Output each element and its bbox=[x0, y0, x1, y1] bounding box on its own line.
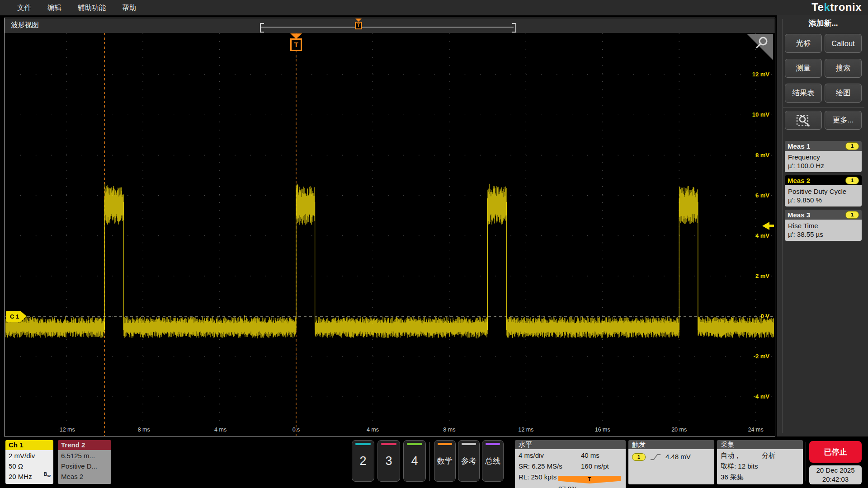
logo-text: tronix bbox=[830, 1, 862, 13]
zoom-select-button[interactable] bbox=[785, 111, 822, 130]
menu-bar: 文件编辑辅助功能帮助 bbox=[0, 0, 868, 15]
wave-color-stripe bbox=[462, 443, 476, 445]
meas-value: µ': 9.850 % bbox=[788, 196, 859, 204]
button-group-divider bbox=[429, 442, 430, 481]
y-axis-label: 6 mV bbox=[742, 192, 769, 199]
trend2-title: Trend 2 bbox=[58, 440, 111, 450]
logo-k: k bbox=[824, 1, 830, 13]
wave-color-stripe bbox=[486, 443, 500, 445]
trend2-source: Meas 2 bbox=[61, 471, 108, 482]
waveform-view-tab[interactable]: 波形视图 bbox=[11, 20, 39, 30]
horizontal-row-2: RL: 250 kptsT37.9% bbox=[519, 472, 622, 488]
logo-text: Te bbox=[811, 1, 824, 13]
meas-value: µ': 100.0 Hz bbox=[788, 161, 859, 170]
meas-body: Frequencyµ': 100.0 Hz bbox=[785, 151, 862, 172]
x-axis-label: 24 ms bbox=[741, 427, 770, 433]
add-channel-4-button[interactable]: 4 bbox=[403, 440, 426, 482]
add-wave-button-2[interactable]: 总线 bbox=[482, 440, 504, 482]
horizontal-cell: SR: 6.25 MS/s bbox=[519, 461, 581, 472]
zoom-select-icon bbox=[796, 113, 811, 127]
meas-card-3[interactable]: Meas 31Rise Timeµ': 38.55 µs bbox=[785, 210, 862, 241]
acquisition-title: 采集 bbox=[717, 440, 803, 449]
acquisition-settings-panel[interactable]: 采集 自动， 分析 取样: 12 bits 36 采集 bbox=[717, 440, 803, 484]
wave-color-stripe bbox=[438, 443, 452, 445]
trigger-title: 触发 bbox=[628, 440, 714, 449]
more-button[interactable]: 更多... bbox=[825, 111, 862, 130]
record-view-left-bracket[interactable] bbox=[260, 23, 264, 33]
record-view-right-bracket[interactable] bbox=[512, 23, 516, 33]
datetime-display: 20 Dec 2025 20:42:03 bbox=[809, 465, 862, 484]
run-stop-button[interactable]: 已停止 bbox=[809, 441, 862, 463]
trigger-level-arrow[interactable] bbox=[762, 222, 774, 230]
add-wave-button-1[interactable]: 参考 bbox=[458, 440, 480, 482]
horizontal-row-0: 4 ms/div40 ms bbox=[519, 450, 622, 461]
acq-analyze: 分析 bbox=[762, 451, 775, 459]
channel1-badge[interactable]: Ch 1 2 mV/div 50 Ω 20 MHz BW bbox=[5, 440, 53, 484]
sidebar-button-Callout[interactable]: Callout bbox=[825, 34, 862, 53]
meas-body: Positive Duty Cycleµ': 9.850 % bbox=[785, 185, 862, 206]
x-axis-label: 12 ms bbox=[511, 427, 540, 433]
channel-button-label: 2 bbox=[359, 454, 366, 468]
meas-name: Meas 1 bbox=[788, 142, 810, 150]
meas-header: Meas 21 bbox=[785, 175, 862, 185]
meas-value: µ': 38.55 µs bbox=[788, 230, 859, 239]
channel-button-label: 4 bbox=[411, 454, 418, 468]
sidebar-button-测量[interactable]: 测量 bbox=[785, 59, 822, 78]
record-view-trigger-icon[interactable]: T bbox=[355, 19, 362, 29]
oscilloscope-graticule bbox=[5, 33, 774, 436]
zoom-corner-button[interactable] bbox=[741, 34, 773, 60]
waveform-view-header bbox=[5, 18, 775, 33]
horizontal-cell: RL: 250 kpts bbox=[519, 472, 558, 488]
acq-count: 36 采集 bbox=[721, 472, 799, 483]
horizontal-value: 37.9% bbox=[558, 485, 578, 488]
trend2-badge[interactable]: Trend 2 6.5125 m... Positive D... Meas 2 bbox=[58, 440, 111, 484]
channel-color-stripe bbox=[381, 443, 396, 445]
acq-sample-bits: 取样: 12 bits bbox=[721, 461, 799, 472]
trigger-t-icon: T bbox=[290, 38, 302, 51]
channel-button-label: 3 bbox=[385, 454, 392, 468]
trigger-source-badge: 1 bbox=[632, 453, 646, 461]
x-axis-label: 4 ms bbox=[358, 427, 387, 433]
x-axis-label: -12 ms bbox=[52, 427, 81, 433]
trigger-level-value: 4.48 mV bbox=[665, 451, 691, 462]
x-axis-label: 8 ms bbox=[435, 427, 464, 433]
meas-name: Meas 2 bbox=[788, 177, 810, 184]
meas-card-1[interactable]: Meas 11Frequencyµ': 100.0 Hz bbox=[785, 141, 862, 172]
menu-item-3[interactable]: 帮助 bbox=[114, 0, 144, 15]
y-axis-label: -4 mV bbox=[742, 393, 769, 400]
horizontal-cell: 40 ms bbox=[581, 450, 599, 461]
meas-source-badge: 1 bbox=[845, 211, 859, 219]
sidebar-button-光标[interactable]: 光标 bbox=[785, 34, 822, 53]
meas-card-2[interactable]: Meas 21Positive Duty Cycleµ': 9.850 % bbox=[785, 175, 862, 206]
x-axis-label: 0 s bbox=[282, 427, 311, 433]
trigger-settings-panel[interactable]: 触发 1 4.48 mV bbox=[628, 440, 714, 484]
tektronix-logo: Tektronix bbox=[811, 1, 862, 14]
wave-button-label: 参考 bbox=[461, 456, 476, 466]
record-view-line[interactable] bbox=[261, 27, 514, 28]
menu-item-2[interactable]: 辅助功能 bbox=[70, 0, 114, 15]
add-channel-2-button[interactable]: 2 bbox=[352, 440, 374, 482]
add-wave-button-0[interactable]: 数学 bbox=[434, 440, 456, 482]
horizontal-settings-panel[interactable]: 水平 4 ms/div40 msSR: 6.25 MS/s160 ns/ptRL… bbox=[515, 440, 626, 488]
x-axis-label: -8 ms bbox=[128, 427, 157, 433]
add-channel-3-button[interactable]: 3 bbox=[377, 440, 400, 482]
y-axis-label: 8 mV bbox=[742, 152, 769, 159]
horizontal-row-1: SR: 6.25 MS/s160 ns/pt bbox=[519, 461, 622, 472]
ch1-waveform-trace bbox=[5, 183, 774, 339]
horizontal-cell: T37.9% bbox=[558, 472, 622, 488]
y-axis-label: 2 mV bbox=[742, 272, 769, 279]
panel-divider bbox=[806, 442, 806, 481]
meas-type: Positive Duty Cycle bbox=[788, 187, 859, 196]
trigger-position-icon: T bbox=[558, 476, 621, 483]
sidebar-button-搜索[interactable]: 搜索 bbox=[825, 59, 862, 78]
meas-type: Frequency bbox=[788, 153, 859, 161]
sidebar-button-结果表[interactable]: 结果表 bbox=[785, 84, 822, 103]
menu-item-1[interactable]: 编辑 bbox=[39, 0, 70, 15]
trend2-type: Positive D... bbox=[61, 461, 108, 471]
wave-button-label: 总线 bbox=[485, 456, 500, 466]
sidebar-button-绘图[interactable]: 绘图 bbox=[825, 84, 862, 103]
y-axis-label: 4 mV bbox=[742, 232, 769, 239]
horizontal-cell: 4 ms/div bbox=[519, 450, 581, 461]
trigger-position-marker[interactable]: T bbox=[290, 33, 302, 51]
menu-item-0[interactable]: 文件 bbox=[9, 0, 39, 15]
